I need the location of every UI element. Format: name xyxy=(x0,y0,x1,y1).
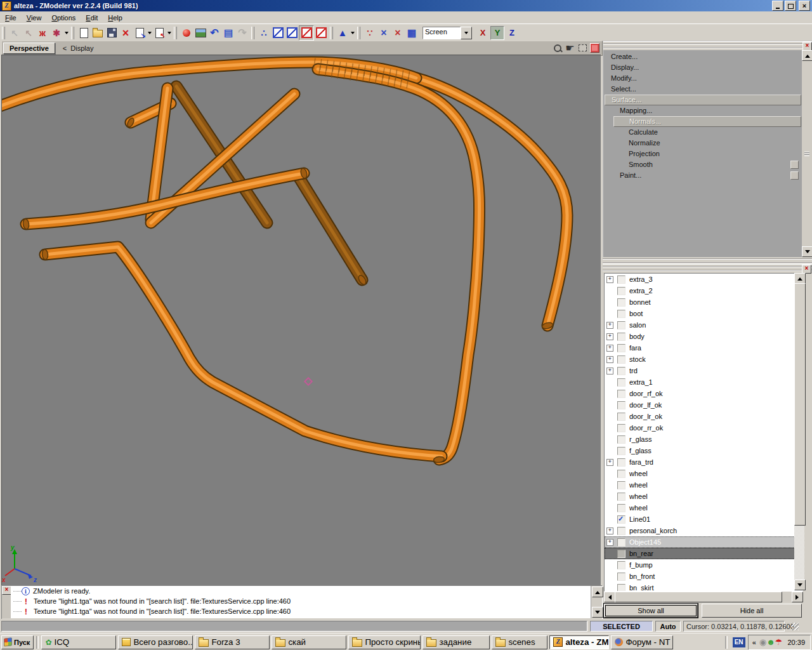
list-item-trd[interactable]: +trd xyxy=(605,365,802,376)
menu-edit[interactable]: Edit xyxy=(81,13,103,23)
viewport-tab-perspective[interactable]: Perspective xyxy=(3,43,55,54)
visibility-checkbox[interactable] xyxy=(617,355,625,364)
minimize-button[interactable] xyxy=(772,1,783,11)
command-panel-grip[interactable]: × xyxy=(603,41,812,50)
axis-x-button[interactable]: X xyxy=(476,27,489,39)
restore-button[interactable] xyxy=(785,1,796,11)
visibility-checkbox[interactable] xyxy=(617,538,625,547)
objects-mode-icon[interactable] xyxy=(314,26,328,40)
icq-tray-icon[interactable]: ☻ xyxy=(766,637,775,647)
language-indicator[interactable]: EN xyxy=(733,637,745,647)
visibility-checkbox[interactable] xyxy=(617,378,625,387)
open-file-icon[interactable] xyxy=(91,26,105,40)
list-item-wheel[interactable]: +wheel xyxy=(605,502,802,514)
export-icon-dropdown[interactable] xyxy=(166,26,172,40)
list-item-body[interactable]: +body xyxy=(605,331,802,342)
list-item-bn_front[interactable]: +bn_front xyxy=(605,571,802,582)
visibility-checkbox[interactable] xyxy=(617,470,625,478)
scroll-right-icon[interactable] xyxy=(792,592,803,602)
title-bar[interactable]: Z alteza - ZModeler ver 2.2.4 (Build 981… xyxy=(0,0,812,11)
export-icon[interactable]: ↖ xyxy=(152,26,166,40)
polygons-mode-icon[interactable] xyxy=(299,25,314,41)
visibility-checkbox[interactable] xyxy=(617,390,625,398)
object-panel-grip[interactable]: × xyxy=(603,264,812,273)
taskbar-button-alteza-zmod-[interactable]: Zalteza - ZMod... xyxy=(549,635,609,649)
taskbar-button-задание[interactable]: задание xyxy=(422,635,490,649)
taskbar-button-всего-разгово-[interactable]: Всего разгово... xyxy=(118,635,193,649)
select-compound-icon-dropdown[interactable] xyxy=(63,26,69,40)
toolbar-handle[interactable] xyxy=(330,27,333,39)
toolbar-handle[interactable] xyxy=(71,27,74,39)
taskbar-button-icq[interactable]: ✿ICQ xyxy=(41,635,116,649)
visibility-checkbox[interactable] xyxy=(617,298,625,307)
menu-help[interactable]: Help xyxy=(103,13,128,23)
menu-file[interactable]: File xyxy=(0,13,22,23)
toolbar-handle[interactable] xyxy=(174,27,177,39)
visibility-checkbox[interactable] xyxy=(617,310,625,318)
object-list-hscrollbar[interactable] xyxy=(604,592,803,602)
visibility-checkbox[interactable] xyxy=(617,447,625,455)
visibility-checkbox[interactable] xyxy=(617,561,625,569)
list-item-extra_3[interactable]: +extra_3 xyxy=(605,274,802,285)
command-modify[interactable]: Modify... xyxy=(605,73,801,84)
scroll-up-icon[interactable] xyxy=(592,587,603,597)
command-surface[interactable]: Surface... xyxy=(605,95,801,105)
visibility-checkbox[interactable] xyxy=(617,515,625,524)
toolbar-handle[interactable] xyxy=(357,27,360,39)
scroll-thumb[interactable] xyxy=(794,283,806,526)
command-panel-scrollbar[interactable] xyxy=(802,50,812,257)
resize-grip[interactable] xyxy=(791,623,799,630)
delete-icon[interactable]: × xyxy=(119,26,133,40)
list-item-stock[interactable]: +stock xyxy=(605,354,802,365)
command-paint[interactable]: Paint... xyxy=(605,170,801,181)
visibility-checkbox[interactable] xyxy=(617,573,625,581)
axis-z-button[interactable]: Z xyxy=(506,27,518,39)
list-item-wheel[interactable]: +wheel xyxy=(605,491,802,502)
select-compound-icon[interactable]: ✱ xyxy=(49,26,63,40)
axis-space-combo[interactable]: Screen xyxy=(422,27,472,39)
select-pin-red-icon[interactable]: ↖ xyxy=(22,26,36,40)
visibility-checkbox[interactable] xyxy=(617,527,625,535)
command-create[interactable]: Create... xyxy=(605,51,801,62)
region-zoom-icon[interactable] xyxy=(577,43,588,53)
visibility-checkbox[interactable] xyxy=(617,413,625,421)
list-item-f_bump[interactable]: +f_bump xyxy=(605,559,802,571)
scroll-down-icon[interactable] xyxy=(794,580,806,590)
list-item-fara[interactable]: +fara xyxy=(605,342,802,354)
visibility-checkbox[interactable] xyxy=(617,584,625,592)
visibility-checkbox[interactable] xyxy=(617,481,625,489)
select-pin-gray-icon[interactable]: ↖ xyxy=(8,26,22,40)
hide-all-button[interactable]: Hide all xyxy=(702,604,802,618)
redo-icon[interactable]: ↷ xyxy=(235,26,249,40)
taskbar-button-форум-nt-mo-[interactable]: Форум - NT MO... xyxy=(611,635,673,649)
clock[interactable]: 20:39 xyxy=(787,639,805,646)
magnifier-icon[interactable] xyxy=(552,43,563,53)
undo-icon[interactable]: ↶ xyxy=(207,26,221,40)
import-icon[interactable]: ↘ xyxy=(133,26,147,40)
visibility-checkbox[interactable] xyxy=(617,344,625,352)
select-figure-icon[interactable]: ж xyxy=(36,26,49,40)
panel-splitter[interactable] xyxy=(603,257,812,264)
detach-vertices-icon[interactable]: × xyxy=(391,26,405,40)
visibility-checkbox[interactable] xyxy=(617,424,625,432)
pan-hand-icon[interactable]: ☛ xyxy=(565,43,575,53)
visibility-checkbox[interactable] xyxy=(617,504,625,512)
maximize-viewport-icon[interactable] xyxy=(590,43,599,53)
viewport-canvas[interactable]: y x z xyxy=(1,55,601,586)
list-item-salon[interactable]: +salon xyxy=(605,319,802,331)
taskbar-button-scenes[interactable]: scenes xyxy=(492,635,547,649)
command-select[interactable]: Select... xyxy=(605,84,801,95)
taskbar-button-forza-3[interactable]: Forza 3 xyxy=(195,635,270,649)
expand-icon[interactable]: + xyxy=(606,333,613,340)
save-file-icon[interactable] xyxy=(105,26,119,40)
list-item-door_rr_ok[interactable]: +door_rr_ok xyxy=(605,422,802,434)
volume-tray-icon[interactable]: ◉ xyxy=(759,637,766,647)
visibility-checkbox[interactable] xyxy=(617,275,625,284)
scroll-up-icon[interactable] xyxy=(794,273,806,284)
faces-mode-icon[interactable] xyxy=(285,26,299,40)
command-normals[interactable]: Normals... xyxy=(613,116,801,127)
primitives-cone-icon-dropdown[interactable] xyxy=(350,26,355,40)
scroll-down-icon[interactable] xyxy=(802,246,812,257)
visibility-checkbox[interactable] xyxy=(617,287,625,295)
command-mapping[interactable]: Mapping... xyxy=(605,105,801,116)
